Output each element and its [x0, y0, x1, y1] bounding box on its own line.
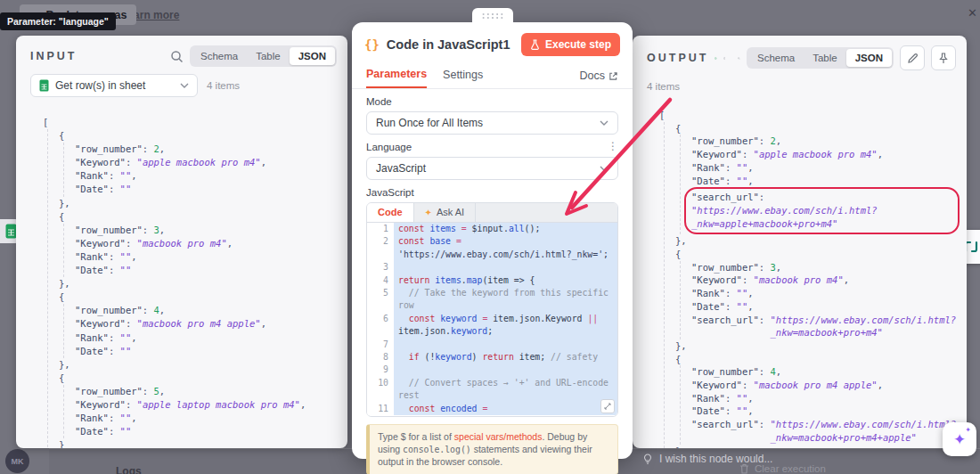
- sparkle-icon: ✦: [425, 208, 432, 217]
- ai-assistant-button[interactable]: ✦ ✦: [943, 422, 976, 456]
- hint-box: Type $ for a list of special vars/method…: [366, 424, 618, 474]
- close-icon[interactable]: ✕: [968, 6, 977, 20]
- input-items-count: 4 items: [207, 80, 240, 91]
- code-lines[interactable]: 1const items = $input.all();2const base …: [367, 223, 617, 416]
- search-icon[interactable]: [738, 52, 740, 65]
- drag-handle[interactable]: [472, 8, 513, 22]
- json-line: {: [675, 122, 960, 135]
- tab-table[interactable]: Table: [804, 49, 846, 67]
- clear-execution-button[interactable]: Clear execution: [739, 463, 826, 474]
- tab-json[interactable]: JSON: [846, 49, 892, 67]
- json-line: "Date": "": [75, 183, 340, 196]
- tab-json[interactable]: JSON: [290, 47, 335, 65]
- input-panel: INPUT SchemaTableJSON Get row(s) in shee…: [16, 36, 347, 448]
- json-line: },: [59, 277, 340, 290]
- json-line: "search_url": "https://www.ebay.com/sch/…: [691, 187, 960, 234]
- json-line: {: [59, 210, 340, 224]
- code-line: 3​: [367, 261, 617, 274]
- pin-data-button[interactable]: [931, 45, 956, 70]
- chevron-down-icon: [600, 120, 608, 126]
- output-panel: OUTPUT SchemaTableJSON: [633, 36, 967, 448]
- external-link-icon: [608, 71, 618, 81]
- hint-code: console.log(): [403, 445, 471, 454]
- mode-label: Mode: [366, 96, 618, 107]
- options-menu-icon[interactable]: ⋮: [608, 140, 618, 152]
- json-line: "row_number": 2,: [75, 143, 340, 156]
- code-line: 10 // Convert spaces → '+' and URL-encod…: [367, 377, 617, 403]
- sparkle-icon: ✦: [965, 426, 971, 434]
- sparkle-icon: ✦: [953, 430, 966, 449]
- output-view-tabs: SchemaTableJSON: [747, 47, 894, 69]
- input-view-tabs: SchemaTableJSON: [190, 45, 337, 67]
- code-section-label: JavaScript: [366, 187, 618, 198]
- logs-label[interactable]: Logs: [116, 465, 142, 474]
- input-source-select[interactable]: Get row(s) in sheet: [30, 74, 198, 97]
- json-line: "search_url": "https://www.ebay.com/sch/…: [691, 418, 960, 444]
- node-title: Code in JavaScript1: [387, 37, 510, 52]
- mode-value: Run Once for All Items: [376, 117, 483, 129]
- json-line: },: [675, 339, 960, 353]
- tab-ask-ai[interactable]: ✦Ask AI: [414, 203, 477, 222]
- json-line: "Rank": "",: [75, 412, 340, 425]
- pencil-icon: [907, 53, 919, 64]
- json-line: "Date": "",: [691, 405, 960, 418]
- code-editor-tabs: Code✦Ask AI: [367, 203, 617, 223]
- json-line: "Keyword": "apple laptop macbook pro m4"…: [75, 398, 340, 412]
- code-line: 4return items.map(item => {: [367, 274, 617, 287]
- json-line: {: [675, 248, 960, 261]
- json-line: "Rank": "",: [75, 331, 340, 345]
- language-label: Language: [366, 142, 412, 152]
- output-json-view[interactable]: [{"row_number": 2,"Keyword": "apple macb…: [633, 103, 967, 448]
- json-line: "Date": "",: [691, 175, 960, 188]
- tab-code[interactable]: Code: [367, 203, 414, 222]
- edit-output-button[interactable]: [900, 45, 925, 70]
- language-select[interactable]: JavaScript: [366, 157, 618, 180]
- json-line: "Date": "": [75, 425, 340, 438]
- trash-icon: [739, 463, 749, 474]
- json-line: "Rank": "",: [691, 392, 960, 405]
- parameter-tooltip: Parameter: "language": [0, 12, 116, 30]
- special-vars-link[interactable]: special vars/methods: [454, 431, 543, 442]
- execute-step-button[interactable]: Execute step: [521, 33, 620, 56]
- clear-execution-label: Clear execution: [755, 463, 826, 474]
- docs-label: Docs: [580, 69, 605, 82]
- mode-select[interactable]: Run Once for All Items: [366, 111, 618, 135]
- json-line: "search_url": "https://www.ebay.com/sch/…: [691, 314, 960, 339]
- json-line: "Rank": "",: [75, 250, 340, 264]
- json-line: "row_number": 2,: [691, 135, 960, 148]
- info-icon[interactable]: [723, 52, 726, 65]
- tab-schema[interactable]: Schema: [748, 49, 804, 67]
- json-line: "Keyword": "macbook pro m4 apple",: [75, 317, 340, 331]
- code-line: 8 if (!keyword) return item; // safety: [367, 351, 617, 364]
- json-line: {: [675, 353, 960, 366]
- tab-schema[interactable]: Schema: [192, 47, 247, 65]
- code-line: 9​: [367, 364, 617, 376]
- json-line: "row_number": 4,: [691, 365, 960, 379]
- json-line: "Keyword": "apple macbook pro m4",: [75, 156, 340, 169]
- pin-icon: [938, 53, 949, 64]
- search-icon[interactable]: [170, 50, 184, 63]
- chevron-down-icon: [600, 166, 608, 171]
- input-title: INPUT: [30, 50, 78, 62]
- docs-link[interactable]: Docs: [580, 69, 618, 82]
- tab-table[interactable]: Table: [247, 47, 290, 65]
- json-line: },: [59, 358, 340, 372]
- lightbulb-icon: [643, 454, 652, 465]
- tab-parameters[interactable]: Parameters: [366, 63, 427, 88]
- language-value: JavaScript: [376, 162, 426, 175]
- input-json-view[interactable]: [{"row_number": 2,"Keyword": "apple macb…: [16, 110, 347, 448]
- code-node-icon: {}: [364, 37, 380, 52]
- json-line: },: [675, 445, 960, 448]
- tab-settings[interactable]: Settings: [443, 64, 483, 87]
- json-line: [: [659, 109, 960, 122]
- json-line: },: [675, 234, 960, 248]
- expand-editor-icon[interactable]: [600, 399, 615, 413]
- json-line: "Date": "",: [691, 300, 960, 314]
- json-line: "Keyword": "apple macbook pro m4",: [691, 148, 960, 161]
- json-line: "Rank": "",: [75, 169, 340, 183]
- code-editor[interactable]: Code✦Ask AI 1const items = $input.all();…: [366, 202, 618, 417]
- input-source-label: Get row(s) in sheet: [55, 79, 145, 92]
- json-line: "row_number": 5,: [75, 385, 340, 398]
- code-line: 11 const encoded =: [367, 403, 617, 415]
- avatar: MK: [5, 449, 29, 473]
